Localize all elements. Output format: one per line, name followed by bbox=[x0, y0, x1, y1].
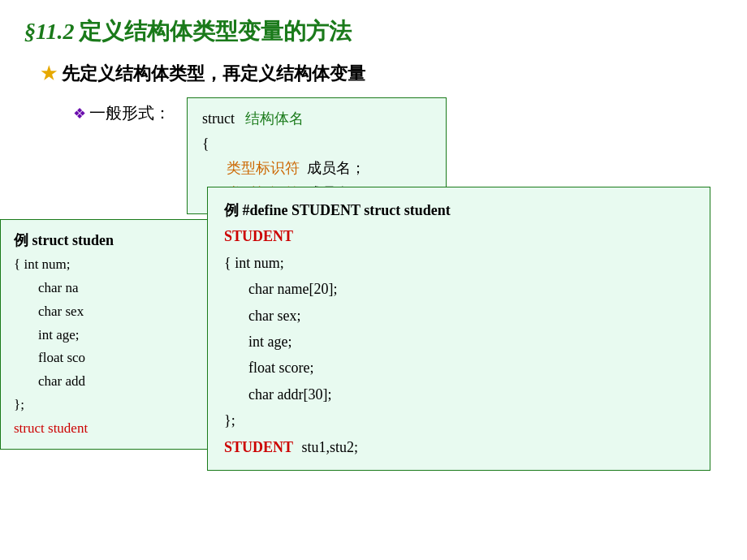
right-line6: char addr[30]; bbox=[224, 381, 693, 407]
right-student-kw: STUDENT bbox=[224, 223, 693, 249]
right-line3: char sex; bbox=[224, 303, 693, 329]
left-line5: float sco bbox=[14, 347, 238, 370]
page-title: §11.2 定义结构体类型变量的方法 bbox=[24, 16, 723, 47]
subtitle: ★ 先定义结构体类型，再定义结构体变量 bbox=[41, 62, 723, 86]
subtitle-text: 先定义结构体类型，再定义结构体变量 bbox=[62, 62, 365, 86]
left-ex-label: 例 struct studen bbox=[14, 228, 238, 253]
title-text: 定义结构体类型变量的方法 bbox=[79, 16, 352, 47]
right-line7: }; bbox=[224, 407, 693, 433]
left-line7: }; bbox=[14, 394, 238, 417]
right-line2: char name[20]; bbox=[224, 276, 693, 302]
diamond-icon: ❖ bbox=[73, 105, 86, 123]
general-form-label: ❖ 一般形式： bbox=[73, 97, 171, 124]
section-number: §11.2 bbox=[24, 19, 74, 45]
top-code-line3: 类型标识符 成员名； bbox=[202, 156, 431, 181]
left-line3: char sex bbox=[14, 300, 238, 324]
right-line5: float score; bbox=[224, 355, 693, 381]
right-ex-label: 例 #define STUDENT struct student bbox=[224, 197, 693, 223]
general-form-label-text: 一般形式： bbox=[89, 102, 171, 124]
left-line1: { int num; bbox=[14, 253, 238, 277]
page: §11.2 定义结构体类型变量的方法 ★ 先定义结构体类型，再定义结构体变量 ❖… bbox=[0, 0, 747, 560]
right-line1: { int num; bbox=[224, 250, 693, 276]
right-code-box: 例 #define STUDENT struct student STUDENT… bbox=[207, 187, 710, 471]
left-line8: struct student bbox=[14, 417, 238, 441]
top-code-line1: struct 结构体名 bbox=[202, 106, 431, 131]
right-line8: STUDENT stu1,stu2; bbox=[224, 434, 693, 460]
left-line2: char na bbox=[14, 277, 238, 300]
top-code-line2: { bbox=[202, 131, 431, 157]
star-icon: ★ bbox=[41, 63, 57, 84]
left-line6: char add bbox=[14, 370, 238, 394]
right-line4: int age; bbox=[224, 329, 693, 355]
left-line4: int age; bbox=[14, 324, 238, 347]
